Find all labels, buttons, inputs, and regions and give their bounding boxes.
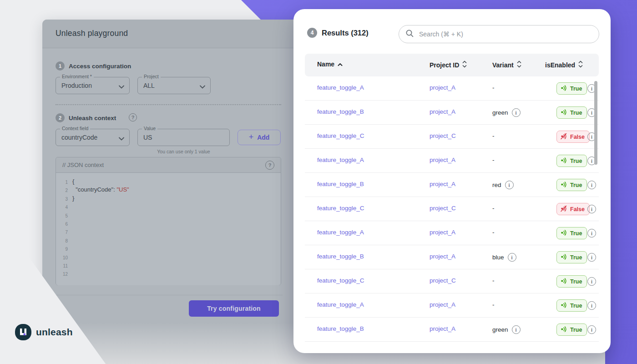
column-label: Name	[317, 61, 334, 68]
variant-info-icon[interactable]: i	[508, 253, 516, 262]
variant-cell: blue i	[492, 253, 516, 262]
search-bar[interactable]	[399, 25, 599, 43]
table-row: feature_toggle_B project_A red i True i	[305, 173, 599, 197]
project-id-link[interactable]: project_A	[430, 253, 455, 260]
feature-name-link[interactable]: feature_toggle_C	[317, 205, 364, 212]
isenabled-badge: True	[556, 324, 587, 336]
variant-value: -	[492, 132, 495, 139]
isenabled-badge: True	[556, 179, 587, 191]
isenabled-label: True	[570, 303, 582, 309]
project-id-link[interactable]: project_C	[430, 277, 456, 284]
variant-value: -	[492, 277, 495, 284]
variant-cell: -	[492, 277, 495, 284]
row-info-icon[interactable]: i	[587, 277, 596, 286]
enabled-broadcast-icon	[561, 229, 567, 238]
variant-cell: -	[492, 301, 495, 308]
add-context-button[interactable]: + Add	[238, 130, 281, 145]
row-info-icon[interactable]: i	[587, 253, 596, 262]
feature-name-link[interactable]: feature_toggle_B	[317, 108, 364, 115]
project-id-link[interactable]: project_C	[430, 205, 456, 212]
unleash-context-heading: Unleash context	[69, 115, 116, 121]
isenabled-badge: True	[556, 299, 587, 312]
isenabled-badge: True	[556, 155, 587, 167]
value-helper-text: You can use only 1 value	[137, 149, 230, 154]
column-header-variant[interactable]: Variant	[492, 61, 521, 69]
variant-info-icon[interactable]: i	[512, 108, 521, 117]
json-context-editor[interactable]: // JSON context ? 123456789101112 { "cou…	[56, 157, 281, 285]
variant-cell: -	[492, 84, 495, 91]
search-input[interactable]	[419, 30, 592, 38]
results-card: 4 Results (312) Name Project ID Variant	[293, 9, 611, 353]
row-info-icon[interactable]: i	[587, 229, 596, 238]
table-row: feature_toggle_B project_A green i True …	[305, 318, 599, 342]
try-configuration-button[interactable]: Try configuration	[189, 300, 279, 317]
column-header-name[interactable]: Name	[317, 61, 343, 68]
page-title: Unleash playground	[56, 29, 128, 38]
variant-value: -	[492, 205, 495, 212]
context-field-select[interactable]: Context field countryCode	[56, 129, 130, 146]
json-code[interactable]: { "countryCode": "US"}	[72, 177, 129, 202]
environment-select[interactable]: Environment * Production	[56, 77, 130, 94]
table-row: feature_toggle_C project_C - True i	[305, 269, 599, 293]
isenabled-label: True	[570, 230, 582, 237]
table-scrollbar[interactable]	[594, 81, 597, 165]
variant-cell: red i	[492, 181, 514, 189]
project-id-link[interactable]: project_A	[430, 181, 455, 187]
results-table-body: feature_toggle_A project_A - True i feat…	[305, 76, 599, 342]
row-info-icon[interactable]: i	[587, 301, 596, 310]
row-info-icon[interactable]: i	[587, 325, 596, 334]
feature-name-link[interactable]: feature_toggle_A	[317, 84, 364, 91]
context-value-field[interactable]: Value US	[137, 129, 230, 146]
isenabled-badge: True	[556, 82, 587, 95]
search-icon	[405, 29, 414, 40]
variant-cell: green i	[492, 325, 521, 334]
environment-value: Production	[61, 82, 92, 89]
table-row: feature_toggle_A project_A - True i	[305, 293, 599, 318]
unleash-logo-icon	[15, 324, 31, 340]
project-id-link[interactable]: project_A	[430, 108, 455, 115]
json-editor-body[interactable]: 123456789101112 { "countryCode": "US"}	[56, 173, 281, 285]
feature-name-link[interactable]: feature_toggle_A	[317, 157, 364, 163]
chevron-down-icon	[118, 135, 125, 142]
footer-divider	[53, 295, 283, 295]
feature-name-link[interactable]: feature_toggle_B	[317, 325, 364, 332]
enabled-broadcast-icon	[561, 253, 567, 262]
feature-name-link[interactable]: feature_toggle_B	[317, 181, 364, 187]
row-info-icon[interactable]: i	[587, 181, 596, 189]
results-step-badge: 4	[307, 28, 317, 38]
project-select[interactable]: Project ALL	[137, 77, 211, 94]
project-id-link[interactable]: project_A	[430, 157, 455, 163]
feature-name-link[interactable]: feature_toggle_B	[317, 253, 364, 260]
feature-name-link[interactable]: feature_toggle_C	[317, 277, 364, 284]
feature-name-link[interactable]: feature_toggle_A	[317, 229, 364, 236]
isenabled-label: False	[570, 134, 585, 140]
variant-info-icon[interactable]: i	[512, 325, 521, 334]
unleash-brand: unleash	[15, 324, 73, 340]
feature-name-link[interactable]: feature_toggle_A	[317, 301, 364, 308]
project-id-link[interactable]: project_C	[430, 132, 456, 139]
variant-value: green	[492, 326, 508, 333]
enabled-broadcast-icon	[561, 278, 567, 286]
row-info-icon[interactable]: i	[587, 205, 596, 213]
project-id-link[interactable]: project_A	[430, 301, 455, 308]
context-help-icon[interactable]: ?	[129, 113, 137, 121]
variant-cell: -	[492, 132, 495, 139]
project-id-link[interactable]: project_A	[430, 229, 455, 236]
variant-value: -	[492, 229, 495, 236]
variant-value: blue	[492, 254, 504, 261]
table-row: feature_toggle_A project_A - True i	[305, 149, 599, 173]
isenabled-badge: False	[556, 131, 590, 143]
enabled-broadcast-icon	[561, 109, 567, 117]
project-id-link[interactable]: project_A	[430, 325, 455, 332]
context-field-label: Context field	[60, 126, 90, 131]
variant-cell: -	[492, 229, 495, 236]
column-header-isenabled[interactable]: isEnabled	[545, 61, 583, 69]
variant-info-icon[interactable]: i	[505, 181, 514, 189]
feature-name-link[interactable]: feature_toggle_C	[317, 132, 364, 139]
sort-both-icon	[578, 61, 583, 69]
table-row: feature_toggle_C project_C - False i	[305, 197, 599, 221]
column-header-project-id[interactable]: Project ID	[430, 61, 467, 69]
json-help-icon[interactable]: ?	[265, 161, 274, 170]
project-id-link[interactable]: project_A	[430, 84, 455, 91]
table-row: feature_toggle_B project_A green i True …	[305, 101, 599, 125]
